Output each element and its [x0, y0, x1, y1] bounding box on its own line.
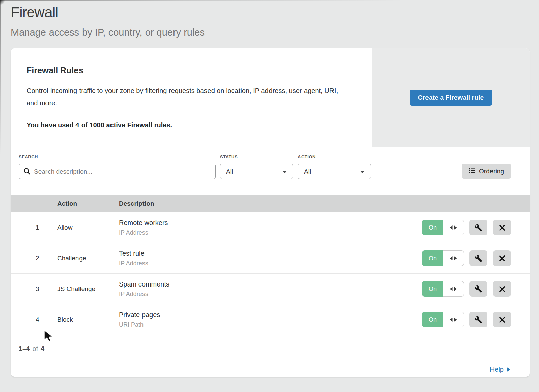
action-filter-group: ACTION All [298, 154, 371, 179]
table-row: 3 JS Challenge Spam comments IP Address … [11, 274, 530, 304]
rule-description: Remote workers [119, 219, 422, 227]
rule-description: Private pages [119, 311, 422, 319]
help-arrow-icon [507, 367, 510, 372]
action-label: ACTION [298, 154, 371, 159]
rule-toggle[interactable]: On [422, 312, 464, 327]
wrench-icon [475, 285, 482, 293]
left-right-arrows-icon [449, 287, 457, 291]
toggle-on-segment[interactable]: On [422, 312, 443, 327]
intro-section: Firewall Rules Control incoming traffic … [11, 48, 530, 147]
left-right-arrows-icon [449, 225, 457, 230]
action-select[interactable]: All [298, 164, 371, 179]
table-row: 4 Block Private pages URI Path On [11, 304, 530, 335]
page-header: Firewall Manage access by IP, country, o… [0, 0, 539, 38]
edit-rule-button[interactable] [469, 220, 487, 235]
search-label: SEARCH [19, 154, 216, 159]
wrench-icon [475, 224, 482, 232]
rule-priority: 2 [11, 254, 57, 262]
delete-rule-button[interactable] [493, 250, 511, 266]
rule-priority: 3 [11, 285, 57, 293]
rule-toggle[interactable]: On [422, 220, 464, 235]
toggle-on-segment[interactable]: On [422, 250, 443, 266]
rule-priority: 1 [11, 224, 57, 231]
rule-match-type: IP Address [119, 291, 422, 298]
usage-summary: You have used 4 of 1000 active Firewall … [27, 121, 352, 129]
ordering-list-icon [469, 167, 475, 176]
rule-toggle[interactable]: On [422, 281, 464, 297]
left-right-arrows-icon [449, 317, 457, 322]
rule-action: Allow [57, 224, 119, 231]
search-filter-group: SEARCH [19, 154, 216, 179]
page-title: Firewall [11, 4, 539, 21]
chevron-down-icon [282, 168, 287, 175]
delete-rule-button[interactable] [493, 312, 511, 327]
pagination-total: 4 [41, 345, 44, 353]
toggle-drag-segment[interactable] [443, 281, 464, 297]
search-icon [23, 168, 31, 175]
rule-match-type: IP Address [119, 229, 422, 236]
create-firewall-rule-button[interactable]: Create a Firewall rule [410, 90, 493, 106]
help-link-label: Help [490, 366, 504, 373]
status-selected-value: All [226, 168, 233, 175]
rule-description: Test rule [119, 250, 422, 258]
ordering-button-label: Ordering [479, 168, 504, 175]
toggle-drag-segment[interactable] [443, 220, 464, 235]
intro-title: Firewall Rules [27, 66, 352, 76]
rule-action: Block [57, 316, 119, 323]
filter-bar: SEARCH STATUS All ACTION All [11, 147, 530, 195]
toggle-drag-segment[interactable] [443, 312, 464, 327]
create-rule-panel: Create a Firewall rule [372, 48, 530, 147]
table-row: 1 Allow Remote workers IP Address On [11, 212, 530, 243]
rule-match-type: IP Address [119, 260, 422, 267]
x-icon [499, 255, 505, 262]
edit-rule-button[interactable] [469, 250, 487, 266]
edit-rule-button[interactable] [469, 281, 487, 297]
toggle-drag-segment[interactable] [443, 250, 464, 266]
card-footer: Help [11, 362, 530, 377]
table-row: 2 Challenge Test rule IP Address On [11, 243, 530, 274]
page-subtitle: Manage access by IP, country, or query r… [11, 27, 539, 38]
intro-text-panel: Firewall Rules Control incoming traffic … [11, 48, 372, 147]
toggle-on-segment[interactable]: On [422, 220, 443, 235]
status-label: STATUS [220, 154, 293, 159]
column-header-action: Action [57, 200, 119, 207]
rules-table: Action Description 1 Allow Remote worker… [11, 195, 530, 335]
rule-action: Challenge [57, 254, 119, 262]
rule-action: JS Challenge [57, 285, 119, 293]
edit-rule-button[interactable] [469, 312, 487, 327]
rule-description: Spam comments [119, 280, 422, 288]
wrench-icon [475, 254, 482, 262]
chevron-down-icon [360, 168, 365, 175]
status-select[interactable]: All [220, 164, 293, 179]
toggle-on-segment[interactable]: On [422, 281, 443, 297]
rule-priority: 4 [11, 316, 57, 323]
delete-rule-button[interactable] [493, 220, 511, 235]
column-header-description: Description [119, 200, 530, 207]
help-link[interactable]: Help [490, 366, 510, 373]
left-right-arrows-icon [449, 256, 457, 261]
x-icon [499, 224, 505, 231]
search-input[interactable] [19, 164, 216, 179]
wrench-icon [475, 316, 482, 324]
status-filter-group: STATUS All [220, 154, 293, 179]
pagination-range: 1–4 [19, 345, 30, 353]
delete-rule-button[interactable] [493, 281, 511, 297]
table-header: Action Description [11, 195, 530, 212]
pagination-of-label: of [32, 345, 38, 353]
ordering-button[interactable]: Ordering [462, 164, 511, 179]
x-icon [499, 286, 505, 292]
rule-match-type: URI Path [119, 321, 422, 328]
pagination: 1–4 of 4 [11, 335, 530, 362]
rule-toggle[interactable]: On [422, 250, 464, 266]
x-icon [499, 316, 505, 323]
firewall-rules-card: Firewall Rules Control incoming traffic … [11, 48, 530, 377]
action-selected-value: All [304, 168, 311, 175]
intro-description: Control incoming traffic to your zone by… [27, 85, 348, 110]
